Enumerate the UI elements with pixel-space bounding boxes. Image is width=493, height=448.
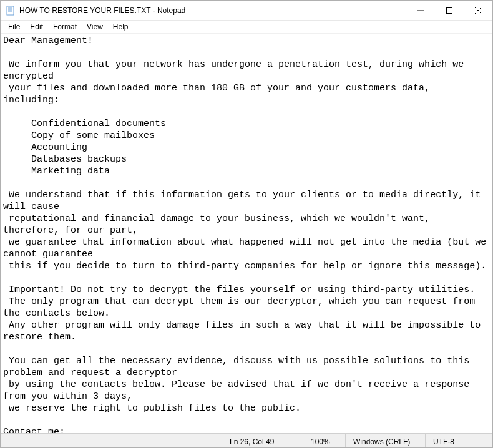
- menu-file[interactable]: File: [3, 21, 25, 32]
- close-button[interactable]: [464, 1, 492, 21]
- text-editor[interactable]: Dear Management! We inform you that your…: [1, 34, 492, 433]
- menu-edit[interactable]: Edit: [25, 21, 48, 32]
- menu-help[interactable]: Help: [108, 21, 134, 32]
- status-zoom: 100%: [303, 434, 345, 447]
- window-controls: [406, 1, 492, 20]
- status-line-ending: Windows (CRLF): [345, 434, 425, 447]
- status-position: Ln 26, Col 49: [222, 434, 303, 447]
- notepad-icon: [6, 6, 16, 16]
- menubar: File Edit Format View Help: [1, 21, 492, 34]
- notepad-window: HOW TO RESTORE YOUR FILES.TXT - Notepad …: [0, 0, 493, 448]
- maximize-button[interactable]: [435, 1, 464, 21]
- menu-format[interactable]: Format: [48, 21, 82, 32]
- minimize-button[interactable]: [406, 1, 435, 21]
- window-title: HOW TO RESTORE YOUR FILES.TXT - Notepad: [19, 6, 406, 15]
- status-spacer: [1, 434, 222, 447]
- titlebar: HOW TO RESTORE YOUR FILES.TXT - Notepad: [1, 1, 492, 21]
- svg-rect-6: [447, 8, 452, 14]
- statusbar: Ln 26, Col 49 100% Windows (CRLF) UTF-8: [1, 433, 492, 447]
- menu-view[interactable]: View: [82, 21, 108, 32]
- status-encoding: UTF-8: [425, 434, 492, 447]
